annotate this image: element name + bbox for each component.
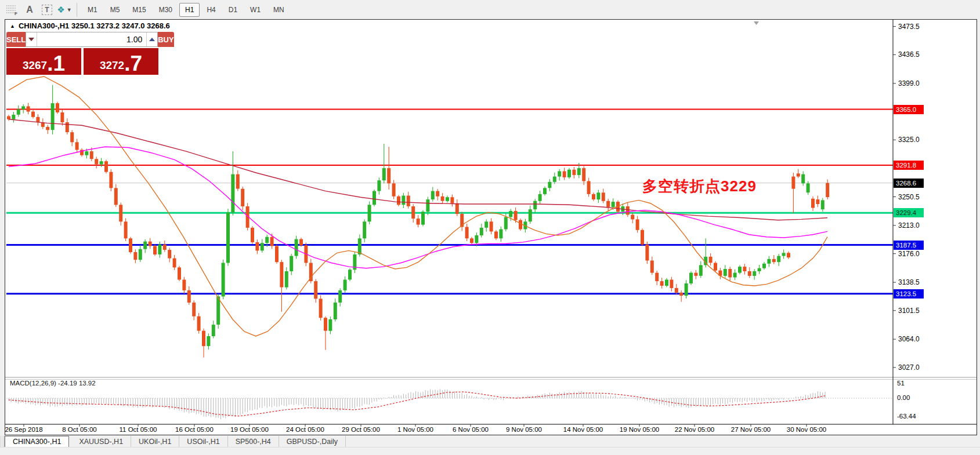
volume-input[interactable] [37,32,146,46]
candle-body [27,106,30,111]
chart-tab[interactable]: CHINA300-,H1 [5,436,69,447]
timeframe-button-m5[interactable]: M5 [104,3,126,17]
candle-body [509,211,512,217]
chart-annotation: 多空转折点3229 [642,176,757,196]
timeframe-button-d1[interactable]: D1 [223,3,243,17]
candle-body [572,170,576,175]
candle-body [178,267,181,279]
volume-increase-button[interactable] [146,32,157,46]
chart-tab[interactable]: GBPUSD-,Daily [279,436,346,447]
candle-body [772,259,776,262]
chart-tab[interactable]: UKOil-,H1 [131,436,179,447]
candle-body [207,336,210,346]
price-level-badge: 3365.0 [894,105,924,114]
candle-body [801,174,805,184]
candle-body [231,174,234,213]
boxed-t-glyph: T [42,5,52,15]
macd-indicator-label: MACD(12,26,9) -24.19 13.92 [10,380,96,387]
shapes-tool-icon[interactable]: ❖ ▼ [57,3,72,17]
candle-body [328,319,332,331]
timeframe-button-m15[interactable]: M15 [126,3,151,17]
timeframe-button-m30[interactable]: M30 [153,3,178,17]
svg-text:F: F [15,11,17,16]
chart-tab[interactable]: USOil-,H1 [179,436,227,447]
candle-body [338,290,342,303]
macd-tick-label: 0.00 [897,394,910,401]
candle-body [807,183,810,192]
candle-body [280,262,283,287]
candle-body [514,211,518,220]
timeframe-button-mn[interactable]: MN [267,3,290,17]
chart-tab[interactable]: SP500-,H4 [228,436,279,447]
macd-tick-label: -63.44 [897,413,916,420]
candle-body [441,196,444,201]
time-tick-label: 6 Nov 05:00 [445,426,496,433]
candle-body [650,261,654,273]
candle-body [465,227,469,239]
candle-body [699,265,703,275]
candle-body [236,174,240,189]
time-tick-label: 27 Nov 05:00 [725,426,776,433]
candle-body [499,230,502,239]
top-toolbar: F A T ❖ ▼ M1M5M15M30H1H4D1W1MN [0,0,980,19]
candle-body [75,142,79,150]
candle-body [275,246,279,263]
candle-body [748,271,751,276]
chart-shift-marker[interactable] [754,21,759,25]
label-tool-icon[interactable]: A [22,3,37,17]
price-tick-label: 3436.5 [898,50,932,59]
candle-body [675,288,678,293]
candle-body [475,235,478,243]
candle-body [95,159,98,164]
fast-ma-line [9,77,827,336]
timeframe-button-w1[interactable]: W1 [244,3,266,17]
candle-body [324,318,327,330]
buy-price-main: 3272 [100,60,124,71]
price-tick-label: 3213.0 [898,221,932,230]
price-tick-label: 3027.0 [898,363,932,372]
candle-body [645,245,649,261]
time-tick-label: 1 Nov 05:00 [390,426,441,433]
candle-body [762,264,766,268]
candle-body [436,191,439,196]
sell-price-panel[interactable]: 3267.1 [6,48,81,75]
buy-price-panel[interactable]: 3272.7 [84,48,158,75]
buy-price-frac: .7 [124,55,142,72]
timeframe-button-m1[interactable]: M1 [82,3,103,17]
candle-body [660,281,664,286]
buy-button[interactable]: BUY [158,32,173,47]
candlestick-series [7,85,829,358]
candle-body [602,192,605,201]
candle-body [261,243,264,250]
timeframe-button-group: M1M5M15M30H1H4D1W1MN [82,3,290,17]
timeframe-button-h4[interactable]: H4 [201,3,221,17]
collapse-panel-icon[interactable]: ▲ [10,23,15,29]
candle-body [51,103,55,130]
candle-body [348,270,352,279]
tab-bar-grip[interactable] [0,436,5,447]
volume-decrease-button[interactable] [26,32,37,46]
candle-body [563,171,566,177]
chart-tab[interactable]: XAUUSD-,H1 [71,436,131,447]
time-tick-label: 22 Nov 05:00 [669,426,720,433]
chevron-down-icon: ▼ [67,7,72,13]
text-tool-icon[interactable]: T [39,3,55,17]
macd-signal-line [9,392,825,416]
candle-body [821,200,824,209]
candle-body [797,173,800,176]
price-level-badge: 3229.4 [894,208,924,217]
sell-button[interactable]: SELL [6,32,26,47]
candle-body [104,161,108,172]
candle-body [241,189,244,206]
candle-body [587,181,591,194]
candle-body [66,122,69,132]
timeframe-button-h1[interactable]: H1 [179,3,200,17]
indicators-grid-icon[interactable]: F [5,3,20,17]
candle-body [787,253,790,257]
candle-body [46,127,49,130]
candle-body [295,239,298,256]
candle-body [655,273,659,282]
candle-body [426,199,429,212]
macd-tick-label: 51 [897,380,905,387]
candle-body [90,151,93,159]
